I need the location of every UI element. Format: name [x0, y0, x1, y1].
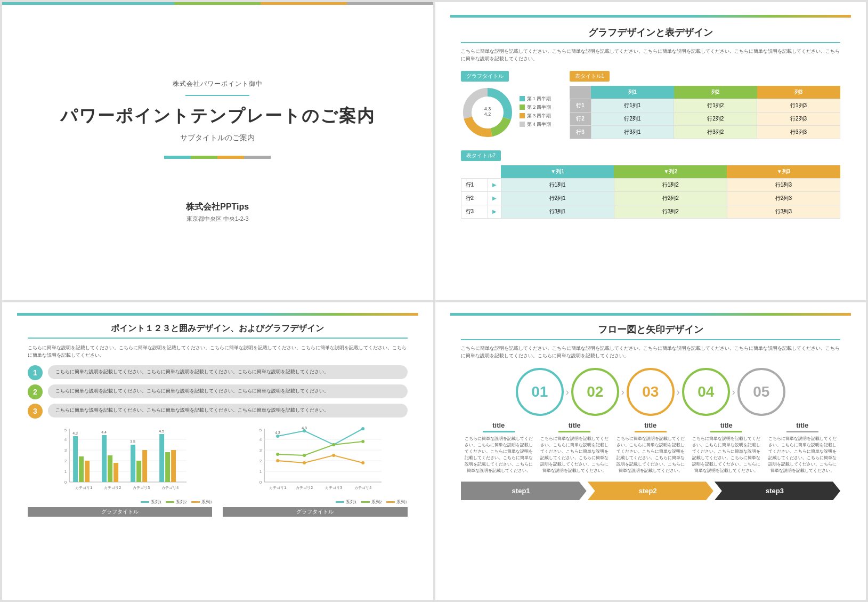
flow-label-desc-04: こちらに簡単な説明を記載してください。こちらに簡単な説明を記載してください。こち…	[688, 436, 765, 474]
slide2-title: グラフデザインと表デザイン	[461, 26, 841, 43]
svg-text:4.3: 4.3	[72, 431, 78, 435]
svg-rect-32	[165, 452, 170, 482]
svg-rect-24	[108, 455, 112, 482]
point-item-3: 3 こちらに簡単な説明を記載してください。こちらに簡単な説明を記載してください。…	[28, 404, 408, 419]
svg-rect-28	[136, 461, 141, 482]
svg-text:0: 0	[64, 480, 67, 485]
line-chart-container: 0 1 2 3 4 5	[223, 426, 407, 517]
flow-label-03: title こちらに簡単な説明を記載してください。こちらに簡単な説明を記載してく…	[613, 421, 689, 474]
flow-label-title-01: title	[461, 421, 537, 429]
flow-circle-04: 04	[682, 368, 730, 416]
th-col1: 列1	[591, 86, 674, 99]
svg-text:4: 4	[64, 437, 67, 442]
flow-circle-05: 05	[737, 368, 785, 416]
svg-text:4.2: 4.2	[484, 111, 491, 117]
svg-text:4: 4	[259, 437, 262, 442]
table1-label: 表タイトル1	[570, 71, 610, 82]
flow-arrow: ›	[566, 387, 569, 398]
slide-3: ポイント１２３と囲みデザイン、およびグラフデザイン こちらに簡単な説明を記載して…	[2, 302, 433, 600]
svg-text:4.4: 4.4	[101, 430, 107, 434]
slide2-desc: こちらに簡単な説明を記載してください。こちらに簡単な説明を記載してください。こち…	[461, 47, 841, 63]
point-text-1: こちらに簡単な説明を記載してください。こちらに簡単な説明を記載してください。こち…	[48, 365, 408, 379]
flow-labels: title こちらに簡単な説明を記載してください。こちらに簡単な説明を記載してく…	[461, 421, 841, 474]
point-num-3: 3	[28, 404, 43, 419]
divider	[164, 156, 271, 159]
slide3-desc: こちらに簡単な説明を記載してください。こちらに簡単な説明を記載してください。こち…	[28, 344, 408, 359]
table-row: 行2 ▶ 行2列1 行2列2 行2列3	[461, 191, 840, 205]
svg-text:カテゴリ4: カテゴリ4	[161, 486, 179, 489]
flow-arrow: ›	[677, 387, 680, 398]
svg-rect-23	[102, 435, 107, 482]
svg-text:1: 1	[259, 469, 262, 474]
svg-rect-33	[171, 450, 176, 482]
point-item-1: 1 こちらに簡単な説明を記載してください。こちらに簡単な説明を記載してください。…	[28, 365, 408, 380]
flow-label-desc-02: こちらに簡単な説明を記載してください。こちらに簡単な説明を記載してください。こち…	[537, 436, 613, 474]
step2: step2	[588, 481, 713, 500]
svg-text:5: 5	[259, 428, 262, 432]
svg-point-55	[276, 453, 279, 456]
slide-2: グラフデザインと表デザイン こちらに簡単な説明を記載してください。こちらに簡単な…	[435, 2, 866, 300]
donut-section: グラフタイトル 4.3 4.2	[461, 70, 557, 139]
svg-rect-29	[142, 450, 147, 482]
th-col3: 列3	[757, 86, 840, 99]
line-chart-title: グラフタイトル	[223, 507, 407, 517]
svg-text:カテゴリ3: カテゴリ3	[325, 486, 342, 489]
bar-chart-legend: 系列1 系列2 系列3	[28, 499, 212, 505]
slide-1: 株式会社パワーポイント御中 パワーポイントテンプレートのご案内 サブタイトルのご…	[2, 2, 433, 300]
flow-label-title-02: title	[537, 421, 613, 429]
donut-wrapper: 4.3 4.2 第１四半期 第２四半期 第３四半期 第４四半期	[461, 86, 557, 139]
line-chart-legend: 系列1 系列2 系列3	[223, 499, 407, 505]
charts-row: 0 1 2 3 4 5 カテゴリ1	[28, 426, 408, 517]
svg-text:カテゴリ2: カテゴリ2	[104, 486, 121, 489]
bar-chart-title: グラフタイトル	[28, 507, 212, 517]
svg-text:カテゴリ4: カテゴリ4	[354, 486, 371, 489]
table1-section: 表タイトル1 列1 列2 列3 行1 行1列1	[570, 70, 841, 139]
svg-text:4.5: 4.5	[159, 429, 164, 433]
address: 東京都中央区 中央1-2-3	[186, 215, 249, 223]
point-items: 1 こちらに簡単な説明を記載してください。こちらに簡単な説明を記載してください。…	[28, 365, 408, 419]
flow-arrow: ›	[621, 387, 624, 398]
subtitle: サブタイトルのご案内	[180, 133, 255, 143]
svg-point-58	[361, 440, 364, 443]
svg-text:2: 2	[259, 459, 262, 463]
flow-circle-03: 03	[627, 368, 675, 416]
point-text-2: こちらに簡単な説明を記載してください。こちらに簡単な説明を記載してください。こち…	[48, 384, 408, 398]
step1: step1	[461, 481, 587, 500]
graph-label: グラフタイトル	[461, 71, 509, 82]
svg-text:カテゴリ2: カテゴリ2	[296, 486, 313, 489]
flow-label-desc-01: こちらに簡単な説明を記載してください。こちらに簡単な説明を記載してください。こち…	[461, 436, 537, 474]
svg-text:カテゴリ1: カテゴリ1	[75, 486, 92, 489]
svg-text:3: 3	[259, 448, 262, 453]
svg-point-51	[276, 435, 279, 438]
svg-text:4.3: 4.3	[484, 106, 491, 111]
th-col2: 列2	[674, 86, 757, 99]
svg-point-59	[276, 459, 279, 462]
svg-text:カテゴリ1: カテゴリ1	[269, 486, 286, 489]
flow-circle-01: 01	[516, 368, 564, 416]
svg-text:カテゴリ3: カテゴリ3	[133, 486, 150, 489]
point-item-2: 2 こちらに簡単な説明を記載してください。こちらに簡単な説明を記載してください。…	[28, 384, 408, 399]
line-chart-svg: 0 1 2 3 4 5	[223, 426, 407, 495]
donut-chart: 4.3 4.2	[461, 86, 514, 139]
flow-label-title-03: title	[613, 421, 689, 429]
svg-rect-19	[73, 436, 78, 482]
company-small: 株式会社パワーポイント御中	[173, 79, 263, 89]
svg-rect-25	[113, 463, 118, 482]
table1: 列1 列2 列3 行1 行1列1 行1列2 行1列3 行	[570, 86, 841, 139]
flow-label-02: title こちらに簡単な説明を記載してください。こちらに簡単な説明を記載してく…	[537, 421, 613, 474]
flow-label-desc-05: こちらに簡単な説明を記載してください。こちらに簡単な説明を記載してください。こち…	[765, 436, 841, 474]
svg-text:2: 2	[64, 459, 67, 463]
svg-rect-21	[85, 461, 90, 482]
table2: ▼列1 ▼列2 ▼列3 行1 ▶ 行1列1 行1列2 行1列3 行2	[461, 165, 841, 219]
flow-label-title-04: title	[688, 421, 765, 429]
table-row: 行3 行3列1 行3列2 行3列3	[570, 125, 840, 139]
slide3-title: ポイント１２３と囲みデザイン、およびグラフデザイン	[28, 323, 408, 339]
bottom-info: 株式会社PPTips 東京都中央区 中央1-2-3	[186, 202, 249, 223]
svg-point-62	[361, 461, 364, 464]
svg-point-61	[332, 454, 335, 457]
svg-text:3.5: 3.5	[130, 440, 135, 444]
svg-rect-27	[131, 445, 135, 482]
main-title: パワーポイントテンプレートのご案内	[60, 105, 375, 128]
flow-label-04: title こちらに簡単な説明を記載してください。こちらに簡単な説明を記載してく…	[688, 421, 765, 474]
table-row: 行1 行1列1 行1列2 行1列3	[570, 99, 840, 112]
